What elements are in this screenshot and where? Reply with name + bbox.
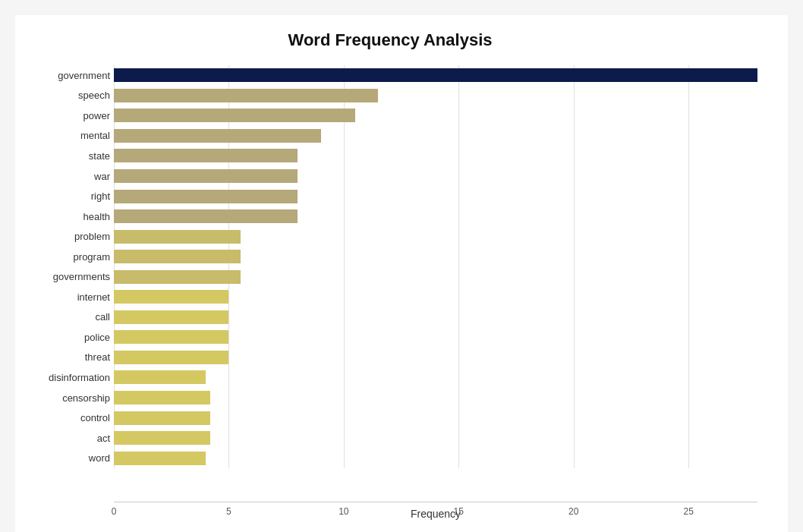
chart-area: governmentspeechpowermentalstatewarright… bbox=[23, 65, 757, 468]
bar-row: power bbox=[114, 105, 757, 126]
bar-label: problem bbox=[23, 231, 110, 242]
bar-row: control bbox=[114, 408, 757, 428]
bar-row: disinformation bbox=[114, 367, 757, 388]
bar-label: act bbox=[23, 433, 110, 444]
bar-row: governments bbox=[114, 266, 757, 287]
bar-row: problem bbox=[114, 226, 757, 247]
bar bbox=[114, 452, 206, 465]
bar bbox=[114, 129, 321, 143]
bar bbox=[114, 250, 241, 263]
bar bbox=[114, 351, 228, 364]
bar-label: health bbox=[23, 211, 110, 222]
bar bbox=[114, 68, 757, 82]
bar-row: program bbox=[114, 247, 757, 267]
bar bbox=[114, 89, 378, 102]
bar bbox=[114, 190, 298, 203]
bar bbox=[114, 310, 228, 324]
bar bbox=[114, 391, 210, 405]
bar-label: threat bbox=[23, 351, 110, 363]
bar-row: right bbox=[114, 186, 757, 206]
bar-row: mental bbox=[114, 126, 757, 146]
bar-row: act bbox=[114, 428, 757, 449]
bar-row: speech bbox=[114, 86, 757, 106]
bar bbox=[114, 330, 228, 344]
bar-label: word bbox=[23, 452, 110, 464]
bar bbox=[114, 109, 355, 122]
bar bbox=[114, 290, 228, 304]
bar-row: threat bbox=[114, 348, 757, 368]
bar-row: call bbox=[114, 307, 757, 328]
bar-row: censorship bbox=[114, 388, 757, 408]
bar-row: word bbox=[114, 448, 757, 468]
bar-label: control bbox=[23, 412, 110, 423]
bar bbox=[114, 149, 298, 162]
bars-section: governmentspeechpowermentalstatewarright… bbox=[23, 65, 757, 468]
bar bbox=[114, 370, 206, 384]
bar-label: right bbox=[23, 190, 110, 202]
bar bbox=[114, 169, 298, 183]
bar-label: police bbox=[23, 332, 110, 343]
bar-label: speech bbox=[23, 90, 110, 101]
bar-label: disinformation bbox=[23, 372, 110, 383]
bar-row: health bbox=[114, 206, 757, 227]
bar-label: power bbox=[23, 110, 110, 121]
bar bbox=[114, 411, 210, 425]
bar bbox=[114, 431, 210, 445]
x-axis: 0510152025 bbox=[114, 502, 757, 506]
bar bbox=[114, 209, 298, 223]
bar-label: censorship bbox=[23, 392, 110, 404]
bar bbox=[114, 270, 241, 284]
bar bbox=[114, 230, 241, 244]
bar-label: mental bbox=[23, 130, 110, 141]
bar-row: government bbox=[114, 65, 757, 86]
bar-label: governments bbox=[23, 271, 110, 282]
bar-label: government bbox=[23, 70, 110, 81]
x-axis-label: Frequency bbox=[23, 508, 757, 520]
bar-row: police bbox=[114, 327, 757, 348]
chart-title: Word Frequency Analysis bbox=[23, 30, 757, 50]
bar-label: state bbox=[23, 150, 110, 162]
chart-container: Word Frequency Analysis governmentspeech… bbox=[15, 15, 788, 532]
bar-row: internet bbox=[114, 287, 757, 307]
bar-row: state bbox=[114, 146, 757, 166]
bar-label: internet bbox=[23, 291, 110, 303]
bar-label: program bbox=[23, 251, 110, 263]
bar-label: call bbox=[23, 311, 110, 323]
bar-label: war bbox=[23, 171, 110, 182]
bar-row: war bbox=[114, 166, 757, 187]
